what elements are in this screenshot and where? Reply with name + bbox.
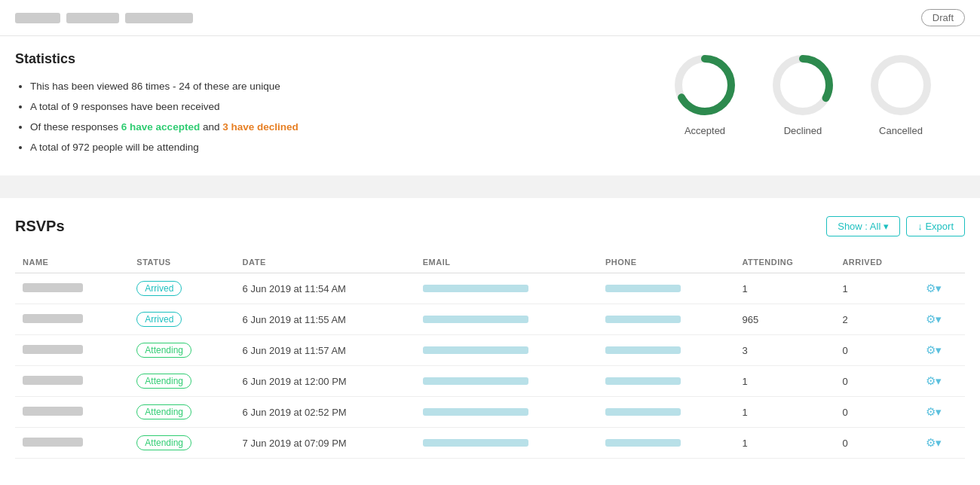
cell-phone	[598, 273, 735, 304]
stat-bullet-3-green: 6 have accepted	[121, 121, 200, 133]
col-arrived: ARRIVED	[835, 252, 917, 273]
cell-phone	[598, 335, 735, 366]
statistics-list: This has been viewed 86 times - 24 of th…	[15, 76, 299, 157]
cell-attending: 1	[734, 428, 835, 459]
rsvps-tbody: Arrived 6 Jun 2019 at 11:54 AM 1 1 ⚙▾ Ar…	[15, 273, 965, 459]
nav-blur-2	[66, 13, 119, 23]
cell-actions[interactable]: ⚙▾	[918, 273, 965, 304]
charts-area: Accepted Declined Cancelled	[671, 51, 965, 136]
top-bar: Draft	[0, 0, 980, 36]
statistics-section: Statistics This has been viewed 86 times…	[0, 36, 980, 175]
stats-text: Statistics This has been viewed 86 times…	[15, 51, 299, 157]
cell-status: Attending	[129, 335, 234, 366]
row-gear-button[interactable]: ⚙▾	[926, 343, 942, 357]
cell-email	[415, 304, 598, 335]
rsvps-header: RSVPs Show : All ▾ ↓ Export	[15, 216, 965, 236]
col-attending: ATTENDING	[734, 252, 835, 273]
cell-arrived: 0	[835, 366, 917, 397]
cell-phone	[598, 397, 735, 428]
row-gear-button[interactable]: ⚙▾	[926, 436, 942, 450]
table-row: Attending 7 Jun 2019 at 07:09 PM 1 0 ⚙▾	[15, 428, 965, 459]
cell-email	[415, 366, 598, 397]
status-badge: Attending	[136, 435, 191, 450]
cell-status: Attending	[129, 397, 234, 428]
cell-phone	[598, 428, 735, 459]
cell-status: Attending	[129, 428, 234, 459]
export-button[interactable]: ↓ Export	[906, 216, 965, 236]
status-badge: Attending	[136, 404, 191, 419]
chart-declined: Declined	[769, 51, 837, 136]
cell-phone	[598, 304, 735, 335]
section-divider	[0, 175, 980, 198]
cell-arrived: 0	[835, 335, 917, 366]
cell-date: 6 Jun 2019 at 02:52 PM	[235, 397, 415, 428]
col-email: EMAIL	[415, 252, 598, 273]
row-gear-button[interactable]: ⚙▾	[926, 282, 942, 295]
stat-bullet-2: A total of 9 responses have been receive…	[30, 96, 299, 117]
cell-email	[415, 428, 598, 459]
draft-badge: Draft	[921, 9, 965, 26]
cell-attending: 1	[734, 366, 835, 397]
row-gear-button[interactable]: ⚙▾	[926, 374, 942, 388]
stat-bullet-4: A total of 972 people will be attending	[30, 137, 299, 157]
stat-bullet-3: Of these responses 6 have accepted and 3…	[30, 117, 299, 137]
cell-arrived: 0	[835, 428, 917, 459]
cell-status: Arrived	[129, 273, 234, 304]
cell-name	[15, 366, 129, 397]
nav-blur-3	[125, 13, 193, 23]
cell-attending: 3	[734, 335, 835, 366]
cell-attending: 965	[734, 304, 835, 335]
table-row: Arrived 6 Jun 2019 at 11:55 AM 965 2 ⚙▾	[15, 304, 965, 335]
table-row: Attending 6 Jun 2019 at 11:57 AM 3 0 ⚙▾	[15, 335, 965, 366]
cell-actions[interactable]: ⚙▾	[918, 366, 965, 397]
chart-cancelled: Cancelled	[867, 51, 935, 136]
cell-attending: 1	[734, 397, 835, 428]
row-gear-button[interactable]: ⚙▾	[926, 313, 942, 326]
cell-name	[15, 273, 129, 304]
col-actions	[918, 252, 965, 273]
donut-declined	[769, 51, 837, 119]
col-name: NAME	[15, 252, 129, 273]
col-date: DATE	[235, 252, 415, 273]
table-row: Attending 6 Jun 2019 at 02:52 PM 1 0 ⚙▾	[15, 397, 965, 428]
col-status: STATUS	[129, 252, 234, 273]
cell-email	[415, 397, 598, 428]
table-row: Arrived 6 Jun 2019 at 11:54 AM 1 1 ⚙▾	[15, 273, 965, 304]
rsvps-table: NAME STATUS DATE EMAIL PHONE ATTENDING A…	[15, 252, 965, 459]
cell-arrived: 2	[835, 304, 917, 335]
rsvps-section: RSVPs Show : All ▾ ↓ Export NAME STATUS …	[0, 198, 980, 477]
cell-actions[interactable]: ⚙▾	[918, 397, 965, 428]
cell-actions[interactable]: ⚙▾	[918, 304, 965, 335]
cell-actions[interactable]: ⚙▾	[918, 428, 965, 459]
cell-status: Arrived	[129, 304, 234, 335]
donut-accepted	[671, 51, 739, 119]
rsvps-actions: Show : All ▾ ↓ Export	[826, 216, 965, 236]
stat-bullet-1: This has been viewed 86 times - 24 of th…	[30, 76, 299, 96]
nav-blur-1	[15, 13, 60, 23]
cell-email	[415, 335, 598, 366]
table-row: Attending 6 Jun 2019 at 12:00 PM 1 0 ⚙▾	[15, 366, 965, 397]
cell-arrived: 1	[835, 273, 917, 304]
chart-declined-label: Declined	[784, 125, 822, 136]
svg-point-4	[874, 59, 927, 111]
cell-status: Attending	[129, 366, 234, 397]
rsvps-heading: RSVPs	[15, 218, 65, 235]
table-header: NAME STATUS DATE EMAIL PHONE ATTENDING A…	[15, 252, 965, 273]
status-badge: Arrived	[136, 281, 182, 296]
cell-attending: 1	[734, 273, 835, 304]
chart-cancelled-label: Cancelled	[879, 125, 923, 136]
cell-name	[15, 397, 129, 428]
col-phone: PHONE	[598, 252, 735, 273]
show-all-button[interactable]: Show : All ▾	[826, 216, 900, 236]
stat-bullet-3-mid: and	[200, 121, 222, 133]
cell-arrived: 0	[835, 397, 917, 428]
row-gear-button[interactable]: ⚙▾	[926, 405, 942, 419]
cell-date: 6 Jun 2019 at 11:54 AM	[235, 273, 415, 304]
statistics-heading: Statistics	[15, 51, 299, 67]
cell-phone	[598, 366, 735, 397]
status-badge: Attending	[136, 343, 191, 358]
cell-date: 6 Jun 2019 at 12:00 PM	[235, 366, 415, 397]
cell-actions[interactable]: ⚙▾	[918, 335, 965, 366]
status-badge: Arrived	[136, 312, 182, 327]
stat-bullet-3-pre: Of these responses	[30, 121, 121, 133]
